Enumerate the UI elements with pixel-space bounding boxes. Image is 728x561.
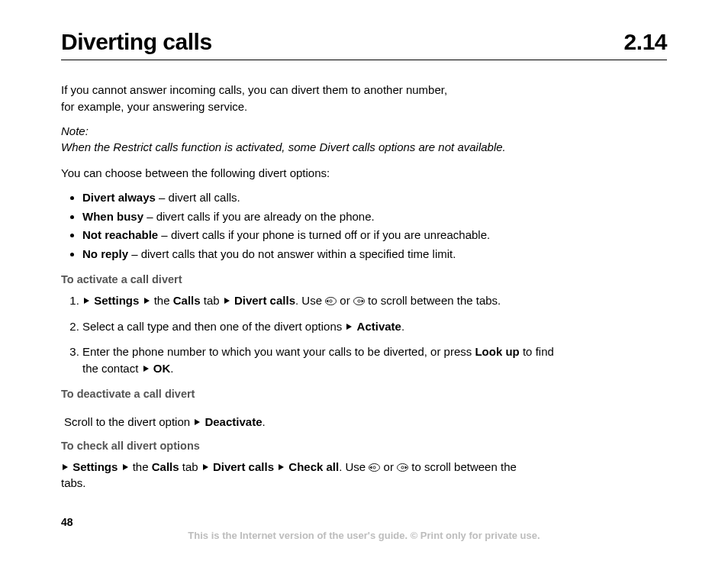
option-term: Divert always xyxy=(82,191,156,204)
title-bar: Diverting calls 2.14 xyxy=(61,29,667,60)
menu-ok: OK xyxy=(153,362,171,375)
options-lead: You can choose between the following div… xyxy=(61,165,534,182)
txt: . xyxy=(401,320,404,333)
arrow-icon xyxy=(203,464,208,470)
menu-deactivate: Deactivate xyxy=(205,415,262,428)
options-list: Divert always – divert all calls. When b… xyxy=(61,189,667,263)
page-title: Diverting calls xyxy=(61,29,212,55)
nav-left-icon xyxy=(369,463,380,472)
txt: tab xyxy=(179,460,201,473)
menu-divert: Divert calls xyxy=(213,460,274,473)
arrow-icon xyxy=(123,464,128,470)
txt: Select a call type and then one of the d… xyxy=(82,320,345,333)
intro-paragraph: If you cannot answer incoming calls, you… xyxy=(61,82,534,115)
option-term: No reply xyxy=(82,247,128,260)
svg-point-7 xyxy=(401,466,404,468)
txt: to scroll between the tabs. xyxy=(365,294,501,307)
txt: Enter the phone number to which you want… xyxy=(82,345,475,358)
arrow-icon xyxy=(143,366,149,372)
txt: tab xyxy=(201,294,223,307)
menu-settings: Settings xyxy=(94,294,139,307)
list-item: When busy – divert calls if you are alre… xyxy=(82,208,667,225)
nav-left-icon xyxy=(325,297,337,305)
list-item: Enter the phone number to which you want… xyxy=(82,343,556,377)
section-number: 2.14 xyxy=(624,29,667,55)
option-desc: – divert calls if your phone is turned o… xyxy=(158,228,490,241)
svg-point-1 xyxy=(330,300,332,302)
svg-point-3 xyxy=(358,300,360,302)
txt: . Use xyxy=(339,460,369,473)
menu-divert: Divert calls xyxy=(234,294,295,307)
txt: . Use xyxy=(295,294,325,307)
menu-settings: Settings xyxy=(72,460,118,473)
menu-activate: Activate xyxy=(357,320,401,333)
svg-point-5 xyxy=(373,466,375,468)
check-text: Settings the Calls tab Divert calls Chec… xyxy=(61,459,534,492)
option-desc: – divert calls that you do not answer wi… xyxy=(128,247,456,260)
list-item: Settings the Calls tab Divert calls. Use… xyxy=(82,292,556,309)
arrow-icon xyxy=(195,419,200,425)
arrow-icon xyxy=(279,464,284,470)
list-item: Not reachable – divert calls if your pho… xyxy=(82,227,667,243)
deactivate-text: Scroll to the divert option Deactivate. xyxy=(61,414,537,430)
option-desc: – divert calls if you are already on the… xyxy=(143,210,375,223)
arrow-icon xyxy=(63,464,68,470)
note-block: Note: When the Restrict calls function i… xyxy=(61,123,549,156)
list-item: No reply – divert calls that you do not … xyxy=(82,246,667,263)
txt: . xyxy=(262,415,265,428)
txt: . xyxy=(170,362,173,375)
menu-calls: Calls xyxy=(152,460,179,473)
menu-calls: Calls xyxy=(173,294,201,307)
arrow-icon xyxy=(346,324,352,330)
note-label: Note: xyxy=(61,123,549,140)
arrow-icon xyxy=(144,298,150,304)
footer: 48 This is the Internet version of the u… xyxy=(61,516,667,541)
txt: or xyxy=(380,460,397,473)
footer-note: This is the Internet version of the user… xyxy=(61,530,667,541)
intro-line2: for example, your answering service. xyxy=(61,100,247,113)
intro-line1: If you cannot answer incoming calls, you… xyxy=(61,83,447,96)
option-term: Not reachable xyxy=(82,228,158,241)
nav-right-icon xyxy=(353,297,365,305)
nav-right-icon xyxy=(397,463,408,472)
txt: or xyxy=(337,294,353,307)
txt: Scroll to the divert option xyxy=(64,415,193,428)
activate-steps: Settings the Calls tab Divert calls. Use… xyxy=(61,292,556,377)
page-number: 48 xyxy=(61,516,667,528)
arrow-icon xyxy=(224,298,230,304)
menu-lookup: Look up xyxy=(475,345,519,358)
menu-checkall: Check all xyxy=(288,460,339,473)
subheading-check: To check all divert options xyxy=(61,438,667,454)
txt: the xyxy=(151,294,173,307)
option-desc: – divert all calls. xyxy=(156,191,240,204)
txt: the xyxy=(130,460,152,473)
list-item: Divert always – divert all calls. xyxy=(82,189,667,206)
list-item: Select a call type and then one of the d… xyxy=(82,318,556,335)
arrow-icon xyxy=(84,298,89,304)
option-term: When busy xyxy=(82,210,143,223)
subheading-deactivate: To deactivate a call divert xyxy=(61,386,667,402)
body-content: If you cannot answer incoming calls, you… xyxy=(61,82,667,492)
note-text: When the Restrict calls function is acti… xyxy=(61,140,506,153)
subheading-activate: To activate a call divert xyxy=(61,272,667,288)
